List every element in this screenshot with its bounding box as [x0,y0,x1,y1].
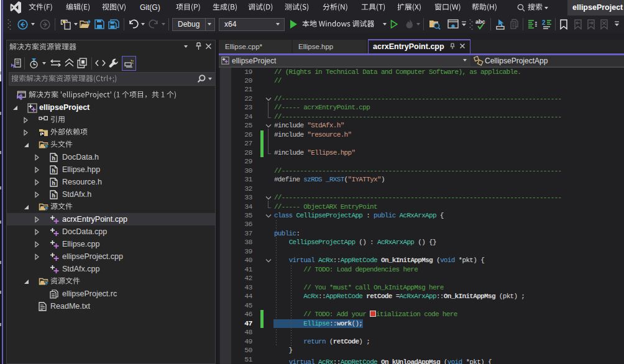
svg-text:h: h [52,155,55,162]
svg-text:h: h [52,193,55,199]
svg-text:2: 2 [542,19,546,26]
svg-text:h: h [52,180,55,186]
svg-text:h: h [52,168,55,174]
